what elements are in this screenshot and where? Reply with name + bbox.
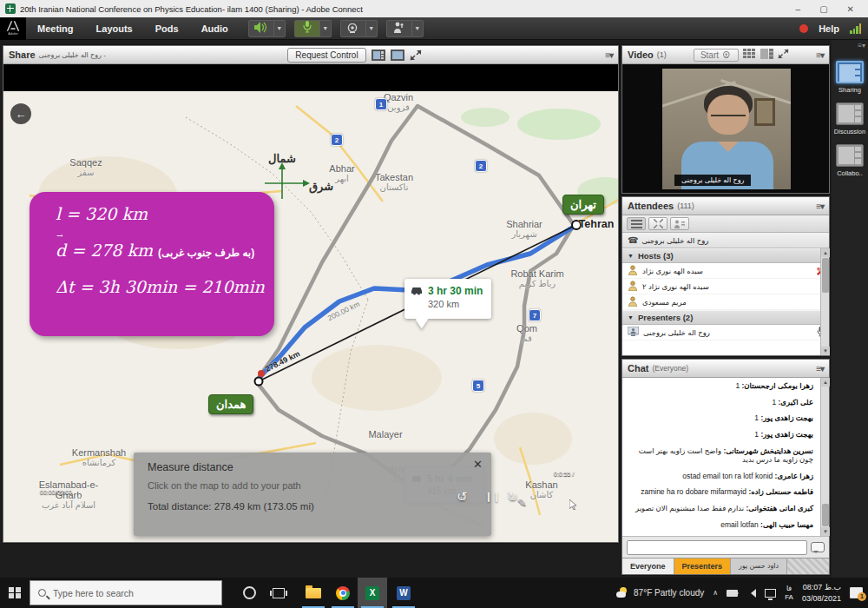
- attendee-group-header-1[interactable]: ▼Presenters (2): [622, 310, 829, 325]
- attendees-toolbar: [622, 215, 829, 233]
- task-view-button[interactable]: [264, 578, 293, 608]
- excel-button[interactable]: X: [358, 578, 387, 608]
- route-tooltip-main[interactable]: 3 hr 30 min 320 km: [404, 279, 491, 319]
- tray-camera-icon[interactable]: [727, 590, 738, 597]
- file-explorer-button[interactable]: [299, 578, 328, 608]
- menu-item-audio[interactable]: Audio: [190, 17, 240, 40]
- weather-icon: [616, 589, 628, 598]
- window-title: 20th Iranian National Conference on Phys…: [20, 4, 363, 14]
- tray-speaker-icon[interactable]: [746, 589, 756, 598]
- raise-hand-icon: [393, 21, 404, 36]
- fullscreen-icon[interactable]: [410, 50, 424, 61]
- filmstrip-layout-icon[interactable]: [760, 49, 773, 61]
- help-menu[interactable]: Help: [819, 23, 839, 34]
- menu-item-pods[interactable]: Pods: [144, 17, 190, 40]
- layout-sharing[interactable]: Sharing: [832, 61, 868, 94]
- status-caret[interactable]: ▼: [412, 20, 424, 37]
- taskbar-clock[interactable]: ب.ظ 08:07 03/08/2021: [802, 582, 841, 603]
- layout-sidebar-menu-icon[interactable]: ≡▾: [858, 42, 865, 50]
- map-back-button[interactable]: ←: [10, 103, 31, 124]
- pod-view-icon[interactable]: [372, 50, 385, 61]
- tray-network-icon[interactable]: [765, 589, 776, 598]
- attendee-group-header-0[interactable]: ▼Hosts (3): [622, 248, 829, 263]
- city-chip-0: تهران: [562, 195, 604, 215]
- attendee-row[interactable]: مریم مسعودی: [622, 294, 829, 310]
- taskbar-time: ب.ظ 08:07: [802, 582, 841, 592]
- forward-30-icon[interactable]: ↻30: [507, 489, 518, 505]
- mic-control[interactable]: ▼: [294, 20, 332, 37]
- snapshot-icon[interactable]: [543, 498, 556, 509]
- grid-layout-icon[interactable]: [743, 49, 756, 61]
- chat-scope: (Everyone): [652, 364, 688, 373]
- chat-tab-داود-حسن-پور[interactable]: داود حسن پور: [731, 558, 787, 574]
- chat-input[interactable]: [627, 540, 807, 555]
- close-button[interactable]: ✕: [847, 4, 854, 14]
- recording-indicator: [799, 24, 808, 33]
- pause-icon[interactable]: ❙❙: [484, 491, 500, 502]
- attendee-view-status-button[interactable]: [670, 217, 689, 230]
- word-button[interactable]: W: [389, 578, 418, 608]
- mic-caret[interactable]: ▼: [320, 20, 332, 37]
- video-name-overlay: روح اله خلیلی بروجنی: [674, 175, 751, 186]
- menu-item-layouts[interactable]: Layouts: [85, 17, 144, 40]
- attendees-pod-menu-icon[interactable]: ≡▾: [816, 202, 824, 211]
- chat-message: مهسا حبیب الهی: email lotfan: [629, 520, 813, 530]
- connection-signal-icon[interactable]: [850, 23, 861, 34]
- chat-pod-menu-icon[interactable]: ≡▾: [816, 364, 824, 373]
- menu-item-meeting[interactable]: Meeting: [26, 17, 85, 40]
- taskbar-search[interactable]: Type here to search: [30, 580, 222, 605]
- share-pod-menu-icon[interactable]: ≡▾: [605, 50, 613, 60]
- video-pod: Video (1) Start ≡▾ روح اله: [621, 45, 830, 194]
- compass: شمال شرق: [260, 152, 356, 213]
- road-shield-2: 2: [331, 134, 343, 146]
- pod-view-full-icon[interactable]: [391, 50, 404, 61]
- route-time: 3 hr 30 min: [428, 285, 483, 297]
- language-indicator[interactable]: فا FA: [785, 585, 793, 601]
- attendee-view-breakout-button[interactable]: [648, 217, 667, 230]
- weather-widget[interactable]: 87°F Partly cloudy: [616, 588, 704, 598]
- minimize-button[interactable]: –: [796, 4, 801, 14]
- chrome-button[interactable]: [328, 578, 358, 608]
- send-message-icon[interactable]: [811, 542, 825, 552]
- layout-discussion[interactable]: Discussion: [832, 102, 868, 135]
- speaker-control[interactable]: ▼: [248, 20, 286, 37]
- maximize-button[interactable]: ▢: [819, 4, 827, 14]
- webcam-caret[interactable]: ▼: [366, 20, 378, 37]
- video-pod-menu-icon[interactable]: ≡▾: [816, 50, 824, 60]
- player-volume-icon[interactable]: [73, 496, 84, 507]
- webcam-control[interactable]: ▼: [340, 20, 378, 37]
- formula-line-3: Δt = 3h 30min = 210min: [56, 277, 274, 296]
- draw-pencil-icon[interactable]: ✎: [517, 496, 527, 509]
- chat-tab-Everyone[interactable]: Everyone: [622, 558, 674, 574]
- speaker-caret[interactable]: ▼: [274, 20, 286, 37]
- video-fullscreen-icon[interactable]: [778, 49, 789, 61]
- status-control[interactable]: ▼: [386, 20, 424, 37]
- measure-dialog-total: Total distance: 278.49 km (173.05 mi): [148, 501, 477, 512]
- tray-expand-icon[interactable]: ∧: [713, 589, 718, 597]
- start-button[interactable]: [0, 578, 30, 608]
- request-control-button[interactable]: Request Control: [287, 48, 365, 63]
- start-webcam-button[interactable]: Start: [694, 49, 739, 62]
- attendee-view-list-button[interactable]: [627, 217, 646, 230]
- rewind-10-icon[interactable]: ↺10: [457, 489, 468, 505]
- notification-center-icon[interactable]: 1: [850, 587, 863, 598]
- chat-tab-Presenters[interactable]: Presenters: [674, 558, 732, 574]
- chrome-icon: [336, 586, 350, 600]
- adobe-label: Adobe: [8, 31, 18, 36]
- attendee-row[interactable]: سیده الهه نوری نژاد ۲: [622, 279, 829, 294]
- attendee-row[interactable]: روح اله خلیلی بروجنی: [622, 325, 829, 340]
- chat-message-list: زهرا بومکی ارجحستان: 1علی اکبری: 1بهجت ز…: [622, 378, 820, 536]
- layout-collabo[interactable]: Collabo..: [832, 144, 868, 177]
- chat-message: زهرا عامری: ostad email ton ra lotf koni…: [629, 472, 813, 481]
- measure-dialog-close-icon[interactable]: ✕: [473, 458, 483, 471]
- share-content: ← SaqqezسقزQazvinقزوینAbharابهرTakestanت…: [3, 64, 618, 542]
- compass-east-label: شرق: [309, 180, 333, 193]
- presenter-icon: [628, 327, 639, 338]
- notification-badge: 1: [858, 592, 866, 601]
- attendees-scrollbar[interactable]: ▲ ▼: [820, 248, 829, 355]
- attendee-row[interactable]: سیده الهه نوری نژاد✎: [622, 263, 829, 279]
- player-duration: 0:0:55 /: [554, 471, 574, 477]
- cortana-button[interactable]: [234, 578, 264, 608]
- chat-scrollbar[interactable]: ▲ ▼: [820, 378, 829, 536]
- window-titlebar: 20th Iranian National Conference on Phys…: [0, 0, 868, 17]
